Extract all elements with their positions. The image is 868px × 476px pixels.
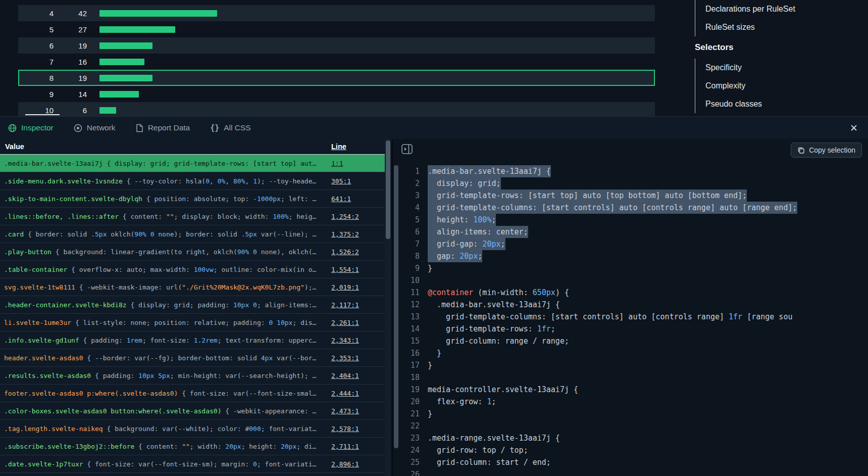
line-link[interactable]: 2,578:1	[331, 425, 359, 433]
line-link[interactable]: 2,711:1	[331, 443, 359, 450]
inspector-row[interactable]: .results.svelte-asdas0 { padding: 10px 5…	[0, 367, 385, 385]
inspector-row[interactable]: .play-button { background: linear-gradie…	[0, 243, 385, 261]
code-line: 17 }	[404, 359, 868, 371]
copy-icon	[797, 147, 805, 154]
row-selector: .color-boxes.svelte-asdas0 button:where(…	[4, 407, 221, 415]
inspector-row[interactable]: .color-boxes.svelte-asdas0 button:where(…	[0, 402, 385, 420]
code-scrollbar-thumb[interactable]	[394, 165, 398, 448]
line-link[interactable]: 2,444:1	[331, 390, 359, 397]
inspector-row[interactable]: li.svelte-1ume3ur { list-style: none; po…	[0, 314, 385, 331]
chart-bar-wrap	[87, 91, 655, 98]
copy-selection-button[interactable]: Copy selection	[791, 142, 862, 158]
inspector-row[interactable]: .lines::before, .lines::after { content:…	[0, 208, 385, 225]
line-link[interactable]: 2,896:1	[331, 460, 359, 468]
chart-row[interactable]: 8 19	[18, 70, 655, 86]
code-line-number: 20	[404, 396, 420, 408]
toc-header-selectors[interactable]: Selectors	[695, 36, 868, 59]
row-rule: { border: solid .5px oklch(90% 0 none); …	[24, 230, 316, 238]
chart-row[interactable]: 10 6	[18, 102, 655, 116]
row-line: 2,117:1	[326, 301, 359, 309]
code-line-number: 14	[404, 323, 420, 335]
inspector-row[interactable]: .info.svelte-gd1unf { padding: 1rem; fon…	[0, 331, 385, 349]
toc-item-specificity[interactable]: Specificity	[705, 59, 868, 77]
tab-inspector[interactable]: Inspector	[8, 123, 54, 132]
code-line: 5 height: 100%;	[404, 214, 868, 226]
globe-icon	[8, 124, 17, 132]
column-header-line[interactable]: Line	[326, 142, 346, 151]
inspector-row[interactable]: .date.svelte-1p7tuxr { font-size: var(--…	[0, 455, 385, 473]
line-link[interactable]: 2,261:1	[331, 319, 359, 326]
inspector-row[interactable]: .header-container.svelte-kbdi8z { displa…	[0, 296, 385, 314]
toc-item-pseudo-classes[interactable]: Pseudo classes	[705, 95, 868, 113]
toggle-panel-icon[interactable]	[401, 143, 413, 157]
code-line-number: 23	[404, 432, 420, 444]
row-line: 305:1	[326, 177, 351, 185]
inspector-row[interactable]: header.svelte-asdas0 { --border: var(--f…	[0, 349, 385, 367]
line-link[interactable]: 2,404:1	[331, 372, 359, 379]
inspector-row[interactable]: .card { border: solid .5px oklch(90% 0 n…	[0, 225, 385, 243]
chart-row[interactable]: 7 16	[18, 54, 655, 70]
chart-row[interactable]: 5 27	[18, 21, 655, 37]
row-rule: { -webkit-mask-image: url("./Grit%20Mask…	[75, 283, 316, 291]
line-link[interactable]: 1,554:1	[331, 266, 359, 273]
line-link[interactable]: 641:1	[331, 195, 351, 203]
row-selector: .lines::before, .lines::after	[4, 213, 119, 220]
row-line: 1:1	[326, 160, 343, 167]
row-value: .table-container { overflow-x: auto; max…	[0, 266, 326, 273]
row-value: .side-menu.dark.svelte-1vsndze { --toy-c…	[0, 177, 326, 185]
line-link[interactable]: 2,353:1	[331, 354, 359, 362]
chart-bar	[99, 107, 116, 114]
line-link[interactable]: 1,254:2	[331, 213, 359, 220]
row-rule: { --border: var(--fg); border-bottom: so…	[83, 354, 317, 362]
line-link[interactable]: 2,473:1	[331, 407, 359, 415]
row-line: 1,254:2	[326, 213, 359, 220]
inspector-row[interactable]: .subscribe.svelte-13gboj2::before { cont…	[0, 438, 385, 455]
row-rule: { font-size: var(--font-size-sm); margin…	[83, 460, 317, 468]
row-value: footer.svelte-asdas0 p:where(.svelte-asd…	[0, 390, 326, 397]
code-line-text: grid-column: range / range;	[428, 335, 569, 347]
inspector-row[interactable]: svg.svelte-1tw8111 { -webkit-mask-image:…	[0, 278, 385, 296]
row-selector: .info.svelte-gd1unf	[4, 337, 79, 344]
line-link[interactable]: 2,343:1	[331, 337, 359, 344]
inspector-row[interactable]: footer.svelte-asdas0 p:where(.svelte-asd…	[0, 385, 385, 402]
toc-item-complexity[interactable]: Complexity	[705, 77, 868, 95]
inspector-row[interactable]: .skip-to-main-content.svelte-dbylqh { po…	[0, 190, 385, 208]
code-line-number: 11	[404, 287, 420, 299]
code-line-text: }	[428, 347, 441, 359]
row-rule: { position: absolute; top: -1000px; left…	[142, 195, 316, 203]
row-line: 1,554:1	[326, 266, 359, 273]
line-link[interactable]: 305:1	[331, 177, 351, 185]
line-link[interactable]: 2,117:1	[331, 301, 359, 309]
chart-row-count: 16	[54, 58, 87, 66]
toc-item-declarations-per-ruleset[interactable]: Declarations per RuleSet	[705, 0, 868, 18]
line-link[interactable]: 1,526:2	[331, 248, 359, 256]
inspector-panel: Inspector Network Report Data {} All CSS…	[0, 116, 868, 476]
toc-item-ruleset-sizes[interactable]: RuleSet sizes	[705, 18, 868, 36]
row-value: .color-boxes.svelte-asdas0 button:where(…	[0, 407, 326, 415]
close-button[interactable]: ✕	[847, 121, 861, 135]
inspector-row[interactable]: .side-menu.dark.svelte-1vsndze { --toy-c…	[0, 172, 385, 190]
tab-all-css[interactable]: {} All CSS	[210, 123, 250, 132]
tab-report-data[interactable]: Report Data	[136, 123, 190, 132]
line-link[interactable]: 1,375:2	[331, 230, 359, 238]
row-line: 2,896:1	[326, 460, 359, 468]
code-line: 1 .media-bar.svelte-13aai7j {	[404, 165, 868, 177]
inspector-row[interactable]: .table-container { overflow-x: auto; max…	[0, 261, 385, 278]
row-selector: .card	[4, 230, 24, 238]
code-line: 11 @container (min-width: 650px) {	[404, 287, 868, 299]
column-header-value: Value	[0, 142, 326, 151]
chart-row[interactable]: 6 19	[18, 37, 655, 54]
row-line: 2,019:1	[326, 283, 359, 291]
table-scrollbar-thumb[interactable]	[386, 140, 390, 239]
tab-network[interactable]: Network	[74, 123, 116, 132]
tab-bar: Inspector Network Report Data {} All CSS…	[0, 117, 868, 139]
chart-row[interactable]: 9 14	[18, 86, 655, 102]
code-line-text: @container (min-width: 650px) {	[428, 287, 569, 299]
inspector-row[interactable]: .tag.length.svelte-naikeq { background: …	[0, 420, 385, 438]
row-rule: { padding: 10px 5px; min-height: var(--s…	[91, 372, 316, 379]
line-link[interactable]: 2,019:1	[331, 283, 359, 291]
inspector-row[interactable]: .media-bar.svelte-13aai7j { display: gri…	[0, 155, 385, 172]
chart-row-count: 14	[54, 90, 87, 99]
line-link[interactable]: 1:1	[331, 160, 343, 167]
chart-row[interactable]: 4 42	[18, 5, 655, 21]
